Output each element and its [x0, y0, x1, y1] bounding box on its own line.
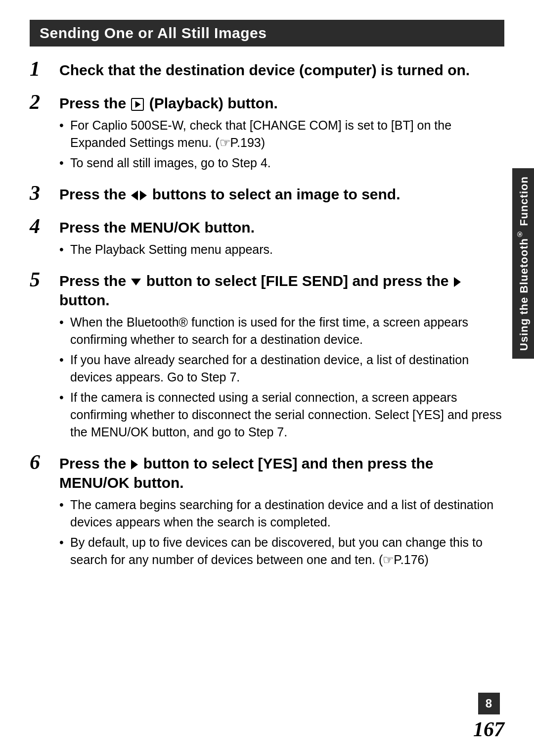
section-header-text: Sending One or All Still Images [40, 25, 267, 41]
step-6-bullet-1: The camera begins searching for a destin… [59, 496, 504, 531]
step-5-title-before: Press the [59, 273, 126, 289]
chapter-number-box: 8 [478, 693, 500, 714]
step-4: 4 Press the MENU/OK button. The Playback… [30, 218, 504, 261]
step-3-title: Press the buttons to select an image to … [59, 185, 504, 204]
step-3-content: Press the buttons to select an image to … [59, 185, 504, 208]
step-1: 1 Check that the destination device (com… [30, 60, 504, 84]
step-3: 3 Press the buttons to select an image t… [30, 185, 504, 208]
chapter-number: 8 [486, 697, 492, 710]
step-5-bullets: When the Bluetooth® function is used for… [59, 314, 504, 441]
step-6-bullets: The camera begins searching for a destin… [59, 496, 504, 568]
step-2-title-before: Press the [59, 95, 126, 111]
step-3-title-before: Press the [59, 186, 126, 202]
step-2-bullets: For Caplio 500SE-W, check that [CHANGE C… [59, 117, 504, 172]
arrow-right-icon [140, 190, 147, 200]
step-3-number: 3 [30, 183, 59, 203]
page-container: Sending One or All Still Images 1 Check … [0, 0, 534, 756]
arrow-left-icon [131, 190, 138, 200]
step-5-title: Press the button to select [FILE SEND] a… [59, 271, 504, 310]
step-1-number: 1 [30, 58, 59, 79]
step-2-title: Press the (Playback) button. [59, 94, 504, 113]
step-5-bullet-2: If you have already searched for a desti… [59, 351, 504, 386]
step-2: 2 Press the (Playback) button. For Capli… [30, 94, 504, 175]
step-4-title: Press the MENU/OK button. [59, 218, 504, 237]
step-6: 6 Press the button to select [YES] and t… [30, 454, 504, 571]
step-5-title-after2: button. [59, 292, 110, 308]
step-4-bullet-1: The Playback Setting menu appears. [59, 241, 504, 258]
side-tab-text: Using the Bluetooth® Function [516, 176, 530, 351]
step-2-content: Press the (Playback) button. For Caplio … [59, 94, 504, 175]
step-5-bullet-1: When the Bluetooth® function is used for… [59, 314, 504, 348]
step-5-title-after: button to select [FILE SEND] and press t… [146, 273, 449, 289]
step-6-content: Press the button to select [YES] and the… [59, 454, 504, 571]
step-2-number: 2 [30, 92, 59, 112]
side-tab: Using the Bluetooth® Function [512, 168, 534, 359]
step-1-title: Check that the destination device (compu… [59, 60, 504, 80]
step-3-title-after: buttons to select an image to send. [152, 186, 400, 202]
section-header: Sending One or All Still Images [30, 20, 504, 47]
step-6-bullet-2: By default, up to five devices can be di… [59, 534, 504, 568]
step-4-content: Press the MENU/OK button. The Playback S… [59, 218, 504, 261]
step-5-number: 5 [30, 269, 59, 290]
page-number: 167 [473, 717, 504, 741]
step-1-content: Check that the destination device (compu… [59, 60, 504, 84]
playback-icon [131, 98, 144, 111]
step-6-title-before: Press the [59, 455, 126, 472]
page-number-area: 8 167 [473, 693, 504, 741]
step-5-content: Press the button to select [FILE SEND] a… [59, 271, 504, 444]
arrow-down-icon [131, 279, 141, 285]
step-4-bullets: The Playback Setting menu appears. [59, 241, 504, 258]
step-6-number: 6 [30, 452, 59, 472]
step-2-bullet-2: To send all still images, go to Step 4. [59, 154, 504, 172]
arrow-right-icon-2 [454, 277, 461, 287]
step-2-title-after: (Playback) button. [149, 95, 278, 111]
arrow-right-icon-3 [131, 460, 138, 470]
step-4-number: 4 [30, 216, 59, 236]
step-5: 5 Press the button to select [FILE SEND]… [30, 271, 504, 444]
step-6-title: Press the button to select [YES] and the… [59, 454, 504, 492]
step-5-bullet-3: If the camera is connected using a seria… [59, 389, 504, 441]
step-2-bullet-1: For Caplio 500SE-W, check that [CHANGE C… [59, 117, 504, 151]
